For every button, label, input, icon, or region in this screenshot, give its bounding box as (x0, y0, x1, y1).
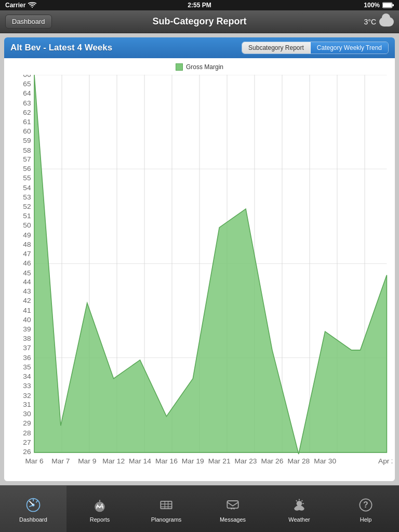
dashboard-back-button[interactable]: Dashboard (5, 15, 52, 29)
area-chart: 66 65 64 63 62 61 60 59 58 57 56 55 54 5… (7, 75, 392, 474)
legend-label: Gross Margin (186, 63, 223, 71)
svg-text:29: 29 (23, 419, 31, 427)
tab-buttons: Subcategory Report Category Weekly Trend (242, 42, 389, 54)
tab-item-dashboard[interactable]: Dashboard (0, 486, 66, 532)
tab-label-weather: Weather (288, 516, 310, 523)
svg-text:36: 36 (23, 354, 31, 362)
nav-title: Sub-Category Report (152, 16, 246, 27)
svg-text:58: 58 (23, 147, 31, 154)
svg-text:64: 64 (23, 89, 31, 97)
svg-text:41: 41 (23, 307, 31, 314)
svg-text:Mar 23: Mar 23 (235, 457, 257, 465)
svg-text:54: 54 (23, 184, 31, 192)
svg-text:39: 39 (23, 325, 31, 333)
planograms-icon (157, 496, 176, 514)
svg-text:27: 27 (23, 438, 31, 446)
svg-text:45: 45 (23, 269, 31, 277)
svg-text:47: 47 (23, 250, 31, 258)
tab-item-messages[interactable]: Messages (200, 486, 266, 532)
svg-text:?: ? (363, 500, 368, 509)
status-right: 100% (364, 2, 394, 9)
cloud-icon (379, 17, 394, 26)
battery-label: 100% (364, 2, 380, 9)
tab-label-planograms: Planograms (151, 516, 182, 523)
weather-tab-icon (290, 496, 309, 514)
svg-text:Mar 21: Mar 21 (208, 457, 231, 465)
svg-rect-2 (392, 4, 394, 6)
reports-icon (90, 496, 109, 514)
help-icon: ? (356, 496, 375, 514)
svg-text:42: 42 (23, 297, 31, 304)
legend-color-box (176, 63, 183, 71)
card-header: Alt Bev - Latest 4 Weeks Subcategory Rep… (4, 37, 395, 58)
svg-rect-90 (227, 501, 238, 508)
svg-text:65: 65 (23, 80, 31, 88)
svg-text:32: 32 (23, 392, 31, 400)
svg-text:Apr 2: Apr 2 (378, 457, 392, 465)
tab-item-weather[interactable]: Weather (266, 486, 332, 532)
status-left: Carrier (5, 2, 36, 9)
svg-text:26: 26 (23, 448, 31, 456)
weather-info: 3°C (364, 17, 394, 26)
tab-item-help[interactable]: ? Help (332, 486, 399, 532)
svg-text:66: 66 (23, 75, 31, 78)
svg-text:28: 28 (23, 429, 31, 437)
svg-text:40: 40 (23, 316, 31, 324)
svg-text:50: 50 (23, 221, 31, 229)
svg-text:Mar 19: Mar 19 (182, 457, 204, 465)
tab-item-planograms[interactable]: Planograms (133, 486, 200, 532)
svg-text:30: 30 (23, 410, 31, 418)
svg-text:63: 63 (23, 99, 31, 107)
svg-text:43: 43 (23, 287, 31, 295)
svg-rect-85 (161, 501, 171, 508)
category-weekly-trend-tab[interactable]: Category Weekly Trend (311, 42, 388, 54)
svg-text:33: 33 (23, 382, 31, 390)
svg-text:52: 52 (23, 203, 31, 210)
svg-text:35: 35 (23, 363, 31, 371)
tab-label-dashboard: Dashboard (19, 516, 47, 523)
svg-text:59: 59 (23, 137, 31, 144)
svg-line-95 (301, 500, 302, 501)
svg-text:34: 34 (23, 373, 31, 380)
tab-bar: Dashboard Reports Planograms (0, 485, 399, 532)
svg-text:37: 37 (23, 344, 31, 352)
tab-label-help: Help (360, 516, 372, 523)
svg-text:49: 49 (23, 231, 31, 239)
svg-text:Mar 14: Mar 14 (129, 457, 151, 465)
svg-line-81 (29, 505, 32, 507)
carrier-label: Carrier (5, 2, 25, 9)
svg-text:53: 53 (23, 193, 31, 201)
svg-text:57: 57 (23, 156, 31, 164)
chart-container: Gross Margin (4, 58, 395, 481)
svg-text:Mar 28: Mar 28 (287, 457, 310, 465)
svg-text:60: 60 (23, 127, 31, 135)
subcategory-report-tab[interactable]: Subcategory Report (242, 42, 311, 54)
svg-text:48: 48 (23, 241, 31, 248)
svg-text:51: 51 (23, 212, 31, 220)
wifi-icon (28, 2, 36, 8)
svg-text:Mar 7: Mar 7 (51, 457, 70, 465)
svg-line-80 (36, 500, 38, 502)
svg-text:Mar 9: Mar 9 (78, 457, 96, 465)
dashboard-icon (24, 496, 43, 514)
nav-bar: Dashboard Sub-Category Report 3°C (0, 10, 399, 33)
svg-point-100 (299, 507, 304, 510)
svg-text:31: 31 (23, 401, 31, 408)
card-title: Alt Bev - Latest 4 Weeks (10, 43, 112, 53)
tab-label-messages: Messages (220, 516, 246, 523)
svg-text:46: 46 (23, 259, 31, 267)
chart-legend: Gross Margin (7, 63, 392, 71)
main-content: Alt Bev - Latest 4 Weeks Subcategory Rep… (0, 33, 399, 485)
temperature-label: 3°C (364, 18, 377, 26)
svg-text:61: 61 (23, 118, 31, 126)
svg-line-97 (296, 500, 297, 501)
svg-text:62: 62 (23, 109, 31, 116)
svg-text:Mar 16: Mar 16 (155, 457, 178, 465)
svg-text:44: 44 (23, 278, 31, 286)
tab-item-reports[interactable]: Reports (66, 486, 133, 532)
svg-text:Mar 26: Mar 26 (261, 457, 284, 465)
svg-rect-1 (383, 3, 392, 7)
battery-icon (382, 2, 394, 8)
chart-svg: 66 65 64 63 62 61 60 59 58 57 56 55 54 5… (7, 75, 392, 474)
svg-text:56: 56 (23, 165, 31, 172)
